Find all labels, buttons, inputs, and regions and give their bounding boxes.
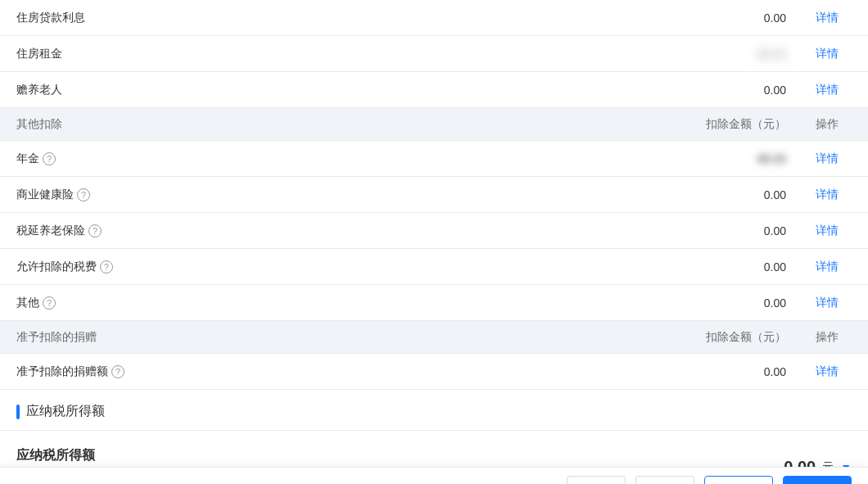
row-action-allowed-fees[interactable]: 详情 [802,260,852,274]
table-row: 住房租金 88.00 详情 [0,36,868,72]
row-action-donation-amount[interactable]: 详情 [802,364,852,379]
blue-bar [16,405,20,419]
row-label-housing-loan: 住房贷款利息 [16,11,671,25]
row-amount-allowed-fees: 0.00 [671,260,802,274]
row-amount-donation-amount: 0.00 [671,365,802,378]
row-action-others[interactable]: 详情 [802,296,852,310]
pre-deduction-donations-header: 准予扣除的捐赠 扣除金额（元） 操作 [0,321,868,354]
detail-link-health-insurance[interactable]: 详情 [816,188,839,201]
question-icon-others[interactable]: ? [43,296,56,310]
table-row: 准予扣除的捐赠额 ? 0.00 详情 [0,354,868,390]
row-action-health-insurance[interactable]: 详情 [802,188,852,202]
detail-link-tax-deferred-pension[interactable]: 详情 [816,224,839,237]
next-step-button[interactable]: 下一步 [783,476,852,485]
row-label-tax-deferred-pension: 税延养老保险 ? [16,224,671,238]
row-amount-support-elderly: 0.00 [671,84,802,97]
row-label-housing-rent: 住房租金 [16,47,671,61]
table-row: 税延养老保险 ? 0.00 详情 [0,213,868,249]
row-amount-others: 0.00 [671,296,802,310]
row-label-donation-amount: 准予扣除的捐赠额 ? [16,364,671,379]
table-row: 住房贷款利息 0.00 详情 [0,0,868,36]
row-action-annuity[interactable]: 详情 [802,152,852,166]
row-action-support-elderly[interactable]: 详情 [802,83,852,97]
other-deductions-action-header: 操作 [802,117,852,132]
detail-link-allowed-fees[interactable]: 详情 [816,260,839,273]
pre-deduction-donations-action-header: 操作 [802,330,852,345]
detail-link-donation-amount[interactable]: 详情 [816,364,839,378]
pre-deduction-donations-amount-header: 扣除金额（元） [671,330,802,345]
other-deductions-header: 其他扣除 扣除金额（元） 操作 [0,108,868,141]
question-icon-health-insurance[interactable]: ? [77,188,90,201]
prev-step-button[interactable]: 上一步 [704,476,773,485]
question-icon-tax-deferred-pension[interactable]: ? [88,224,102,237]
detail-link-housing-loan[interactable]: 详情 [816,11,839,24]
row-action-housing-loan[interactable]: 详情 [802,11,852,25]
table-row: 赡养老人 0.00 详情 [0,72,868,108]
row-label-others: 其他 ? [16,296,671,310]
footer-bar: 应纳税所得额合计 0.00 元 退出 保存 上一步 下一步 [0,467,868,484]
table-row: 商业健康险 ? 0.00 详情 [0,177,868,213]
taxable-income-title: 应纳税所得额 [16,447,784,464]
main-content: 住房贷款利息 0.00 详情 住房租金 88.00 详情 赡养老人 [0,0,868,484]
table-row: 允许扣除的税费 ? 0.00 详情 [0,249,868,285]
row-action-housing-rent[interactable]: 详情 [802,47,852,61]
detail-link-housing-rent[interactable]: 详情 [816,47,839,60]
row-label-allowed-fees: 允许扣除的税费 ? [16,260,671,274]
table-row: 其他 ? 0.00 详情 [0,285,868,321]
taxable-income-section-title-bar: 应纳税所得额 [0,390,868,431]
row-amount-housing-loan: 0.00 [671,11,802,25]
row-label-annuity: 年金 ? [16,152,671,166]
detail-link-annuity[interactable]: 详情 [816,152,839,165]
exit-button[interactable]: 退出 [567,476,626,485]
save-button[interactable]: 保存 [635,476,694,485]
row-amount-annuity: 88.00 [671,152,802,165]
row-action-tax-deferred-pension[interactable]: 详情 [802,224,852,238]
row-amount-housing-rent: 88.00 [671,47,802,61]
detail-link-others[interactable]: 详情 [816,296,839,309]
pre-deduction-donations-label: 准予扣除的捐赠 [16,330,671,345]
question-icon-annuity[interactable]: ? [43,152,56,165]
section-title-text: 应纳税所得额 [26,403,105,420]
other-deductions-label: 其他扣除 [16,117,671,132]
question-icon-allowed-fees[interactable]: ? [100,260,113,274]
table-row: 年金 ? 88.00 详情 [0,141,868,177]
question-icon-donation-amount[interactable]: ? [111,365,124,378]
other-deductions-amount-header: 扣除金额（元） [671,117,802,132]
detail-link-support-elderly[interactable]: 详情 [816,83,839,96]
table-section: 住房贷款利息 0.00 详情 住房租金 88.00 详情 赡养老人 [0,0,868,390]
row-amount-health-insurance: 0.00 [671,188,802,201]
row-label-support-elderly: 赡养老人 [16,83,671,97]
row-amount-tax-deferred-pension: 0.00 [671,224,802,237]
row-label-health-insurance: 商业健康险 ? [16,188,671,202]
